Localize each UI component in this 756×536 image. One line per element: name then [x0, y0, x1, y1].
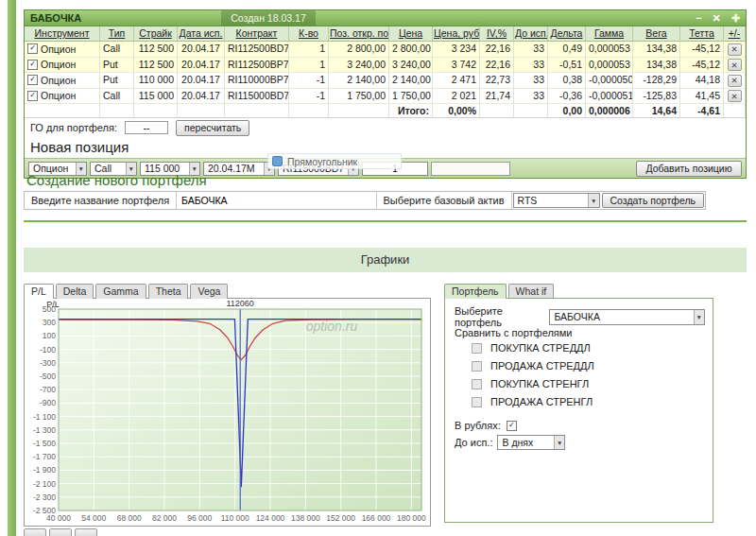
compare-checkbox-2[interactable] — [472, 379, 482, 389]
svg-text:-500: -500 — [40, 372, 56, 381]
compare-option-2: ПОКУПКА СТРЕНГЛ — [472, 378, 589, 389]
panel-tab-whatif[interactable]: What if — [508, 284, 555, 299]
column-header-type[interactable]: Тип — [100, 26, 134, 42]
portfolio-select[interactable]: БАБОЧКА ▼ — [549, 309, 705, 325]
go-value-field[interactable] — [125, 121, 168, 134]
svg-text:-700: -700 — [40, 385, 56, 394]
compare-option-3: ПРОДАЖА СТРЕНГЛ — [472, 396, 593, 407]
svg-text:-900: -900 — [40, 398, 56, 407]
cell-days: 33 — [514, 58, 548, 74]
row-checkbox[interactable]: ✓ — [27, 91, 38, 101]
days-select[interactable]: В днях ▼ — [497, 435, 565, 450]
panel-tab-portfolio[interactable]: Портфель — [444, 284, 507, 299]
totals-empty-cell — [100, 104, 134, 118]
svg-text:110 000: 110 000 — [221, 513, 249, 523]
compare-checkbox-1[interactable] — [472, 361, 482, 372]
instrument-label: Опцион — [41, 59, 76, 70]
delete-position-button[interactable]: ✕ — [728, 43, 742, 56]
add-icon[interactable]: ✚ — [731, 11, 740, 25]
cell-delta: -0,36 — [548, 89, 586, 105]
chart-bottom-buttons — [24, 528, 433, 536]
column-header-price[interactable]: Цена — [389, 26, 433, 42]
column-header-price-rub[interactable]: Цена, руб. — [433, 26, 480, 42]
cell-strike: 110 000 — [134, 73, 178, 89]
cell-gamma: -0,000050 — [586, 73, 633, 89]
chart-tab-gamma[interactable]: Gamma — [95, 284, 146, 299]
column-header-gamma[interactable]: Гамма — [586, 26, 633, 42]
create-portfolio-heading: Создание нового портфеля — [26, 172, 207, 188]
cell-vega: -128,29 — [633, 73, 680, 89]
svg-text:166 000: 166 000 — [362, 513, 391, 523]
column-header-strike[interactable]: Страйк — [134, 26, 178, 42]
chart-tab-pl[interactable]: P/L — [24, 284, 54, 299]
row-checkbox[interactable]: ✓ — [27, 43, 38, 54]
minimize-icon[interactable]: − — [696, 11, 701, 25]
column-header-expiry-date[interactable]: Дата исп. — [178, 26, 225, 42]
row-checkbox[interactable]: ✓ — [27, 75, 38, 85]
totals-theta: -4,61 — [680, 104, 724, 118]
close-icon[interactable]: ✕ — [713, 11, 721, 25]
portfolio-name-input[interactable] — [177, 192, 376, 209]
rubles-row: В рублях: ✓ — [455, 420, 517, 431]
cell-price: 3 240,00 — [389, 58, 433, 74]
cell-vega: 134,38 — [633, 58, 680, 74]
chart-tab-vega[interactable]: Vega — [190, 284, 228, 299]
column-header-quantity[interactable]: К-во — [289, 26, 329, 42]
cell-qty: -1 — [289, 73, 329, 89]
window-controls: − ✕ ✚ — [696, 11, 740, 25]
row-checkbox[interactable]: ✓ — [27, 60, 38, 70]
delete-position-button[interactable]: ✕ — [728, 75, 742, 87]
svg-text:option.ru: option.ru — [306, 319, 358, 334]
column-header-delta[interactable]: Дельта — [548, 26, 586, 42]
chart-scale-button-3[interactable] — [75, 528, 97, 536]
chart-scale-button-2[interactable] — [49, 528, 72, 536]
delete-position-button[interactable]: ✕ — [728, 59, 742, 71]
add-position-button[interactable]: Добавить позицию — [636, 161, 742, 177]
base-asset-select[interactable]: RTS ▼ — [513, 193, 600, 208]
recalculate-button[interactable]: пересчитать — [176, 120, 249, 136]
column-header-theta[interactable]: Тетта — [680, 26, 724, 42]
column-header-add-remove[interactable]: +/- — [724, 26, 746, 42]
cell-date: 20.04.17 — [178, 73, 225, 89]
totals-percent: 0,00% — [433, 104, 480, 118]
column-header-open-price[interactable]: Поз. откр. по — [329, 26, 389, 42]
cell-days: 33 — [514, 89, 548, 105]
svg-text:300: 300 — [43, 318, 56, 327]
cell-delta: 0,38 — [548, 73, 586, 89]
cell-price_rub: 2 471 — [433, 73, 480, 89]
totals-empty-cell — [178, 104, 225, 118]
compare-option-label-0: ПОКУПКА СТРЕДДЛ — [490, 342, 591, 354]
compare-option-label-1: ПРОДАЖА СТРЕДДЛ — [490, 360, 594, 372]
chart-scale-button-1[interactable] — [24, 528, 46, 536]
chart-tab-theta[interactable]: Theta — [148, 284, 189, 299]
cell-qty: -1 — [289, 89, 329, 105]
days-label: До исп.: — [455, 437, 492, 448]
column-header-contract[interactable]: Контракт — [225, 26, 289, 42]
expiry-date-select[interactable]: 20.04.17М ▼ — [203, 162, 275, 176]
column-header-vega[interactable]: Вега — [633, 26, 680, 42]
cell-delete: ✕ — [724, 42, 746, 58]
chart-tab-delta[interactable]: Delta — [56, 284, 94, 299]
svg-text:82 000: 82 000 — [152, 513, 177, 523]
column-header-iv-percent[interactable]: IV,% — [480, 26, 514, 42]
totals-empty-cell — [25, 104, 100, 118]
create-portfolio-button[interactable]: Создать портфель — [602, 193, 705, 208]
cell-theta: 41,45 — [680, 89, 724, 105]
cell-strike: 112 500 — [134, 42, 178, 58]
chevron-down-icon: ▼ — [694, 310, 704, 324]
compare-checkbox-0[interactable] — [472, 343, 482, 354]
create-portfolio-form: Введите название портфеля Выберите базов… — [24, 191, 706, 210]
svg-text:112060: 112060 — [227, 299, 254, 308]
rubles-checkbox[interactable]: ✓ — [507, 421, 517, 431]
totals-delta: 0,00 — [548, 104, 586, 118]
instrument-label: Опцион — [41, 43, 76, 55]
price-input[interactable] — [431, 162, 510, 176]
column-header-instrument[interactable]: Инструмент — [25, 26, 100, 42]
cell-delete: ✕ — [724, 58, 746, 74]
cell-delete: ✕ — [724, 73, 746, 89]
totals-vega: 14,64 — [633, 104, 680, 118]
column-header-days-to-expiry[interactable]: До исп. — [514, 26, 548, 42]
cell-date: 20.04.17 — [178, 58, 225, 74]
compare-checkbox-3[interactable] — [472, 397, 482, 407]
delete-position-button[interactable]: ✕ — [728, 90, 742, 102]
